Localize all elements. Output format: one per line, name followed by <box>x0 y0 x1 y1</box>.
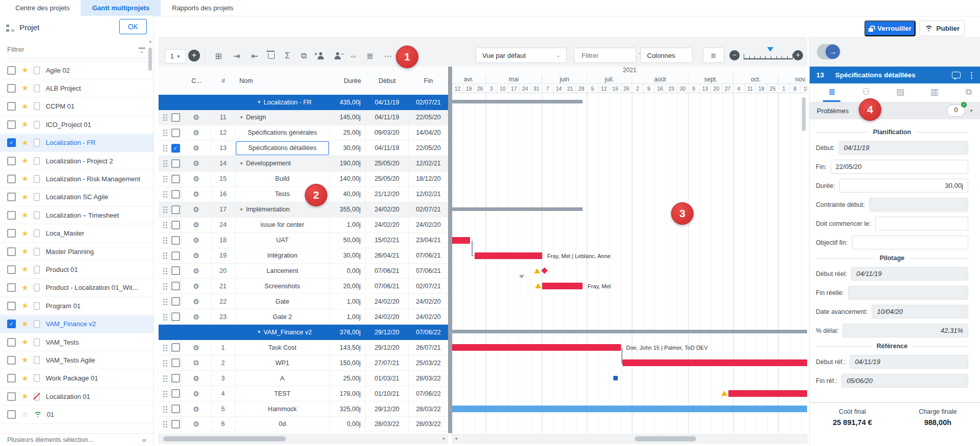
table-row[interactable]: ⚙15Build140,00j25/05/2018/12/20 <box>159 172 448 187</box>
lock-button[interactable]: Verrouiller <box>864 20 916 36</box>
table-row[interactable]: ⚙60d0,00j28/03/2228/03/22 <box>159 417 448 432</box>
field-input-objectiffin[interactable] <box>852 236 968 249</box>
task-name-cell[interactable]: ▼VAM_Finance v2 <box>235 325 330 339</box>
task-name-cell[interactable]: ▼Localization - FR <box>235 95 330 110</box>
task-name-cell[interactable]: Lancement <box>235 263 330 278</box>
row-checkbox-cell[interactable] <box>170 95 182 110</box>
field-input-débutréf[interactable] <box>850 355 968 369</box>
row-checkbox[interactable] <box>171 297 180 306</box>
row-checkbox-cell[interactable] <box>170 386 182 401</box>
field-input-débutréel[interactable] <box>851 267 968 281</box>
comment-icon[interactable] <box>952 72 961 78</box>
drag-handle[interactable] <box>159 309 170 324</box>
gantt-hammock-bar[interactable] <box>452 406 807 412</box>
row-checkbox-cell[interactable] <box>170 355 182 370</box>
field-input-dateavancement[interactable] <box>872 305 968 318</box>
project-list-item[interactable]: ★ICO_Project 01 <box>0 116 153 134</box>
gantt-task-bar[interactable] <box>452 344 621 351</box>
row-type-cell[interactable]: ⚙ <box>182 202 211 217</box>
row-checkbox-cell[interactable] <box>170 401 182 416</box>
project-list-item[interactable]: ★Program 01 <box>0 297 153 315</box>
panel-tab-card[interactable]: ▤ <box>890 83 910 102</box>
row-type-cell[interactable]: ⚙ <box>182 110 211 125</box>
row-type-cell[interactable]: ⚙ <box>182 371 211 386</box>
row-checkbox-cell[interactable]: ✓ <box>170 141 182 156</box>
row-checkbox[interactable] <box>171 251 180 260</box>
row-checkbox-cell[interactable] <box>170 340 182 355</box>
gantt-task-bar[interactable] <box>622 359 807 366</box>
star-icon[interactable]: ★ <box>21 175 28 182</box>
table-row[interactable]: ⚙17▼Implémentation355,00j24/02/2002/07/2… <box>159 202 448 218</box>
row-checkbox[interactable] <box>171 420 180 429</box>
row-checkbox-cell[interactable] <box>170 263 182 278</box>
link-tasks-icon[interactable]: ⧉ <box>297 49 310 62</box>
trash-icon[interactable] <box>264 49 278 62</box>
row-checkbox[interactable] <box>171 343 180 352</box>
project-list-item[interactable]: ★Work Package 01 <box>0 370 153 388</box>
star-icon[interactable]: ★ <box>21 84 28 92</box>
field-input-finréelle[interactable] <box>848 286 968 300</box>
collapse-arrow-icon[interactable]: ▼ <box>257 330 261 334</box>
drag-handle[interactable] <box>159 218 170 232</box>
project-list-item[interactable]: ✓★Localization - FR <box>0 134 153 152</box>
row-type-cell[interactable]: ⚙ <box>182 248 211 263</box>
task-name-cell[interactable]: Screenshots <box>235 279 330 293</box>
project-checkbox[interactable] <box>7 175 16 183</box>
panel-collapse-toggle[interactable]: → <box>817 44 840 59</box>
publish-button[interactable]: Publier <box>920 20 965 36</box>
gantt-summary-bar[interactable] <box>452 330 807 333</box>
row-type-cell[interactable]: ⚙ <box>182 263 211 278</box>
row-type-cell[interactable]: ⚙ <box>182 172 211 186</box>
task-name-cell[interactable]: Task Cost <box>235 340 330 355</box>
fit-screen-icon[interactable]: ⇔ <box>347 49 360 62</box>
row-checkbox[interactable]: ✓ <box>171 144 180 153</box>
table-row[interactable]: ⚙4TEST178,00j01/10/2107/06/22 <box>159 386 448 401</box>
indent-icon[interactable]: ⇥ <box>230 49 243 62</box>
drag-handle[interactable] <box>159 355 170 370</box>
project-checkbox[interactable] <box>7 84 16 93</box>
zoom-in-button[interactable]: + <box>793 50 803 60</box>
row-type-cell[interactable]: ⧉ <box>182 355 211 370</box>
row-checkbox[interactable] <box>171 266 180 275</box>
task-name-cell[interactable]: Gate <box>235 294 330 309</box>
field-input-délai[interactable] <box>842 324 968 337</box>
task-name-cell[interactable]: Gate 2 <box>235 309 330 324</box>
gantt-hscrollbar-thumb[interactable] <box>635 436 696 441</box>
column-header[interactable]: Début <box>366 67 409 95</box>
star-icon[interactable]: ★ <box>21 194 28 201</box>
table-row[interactable]: ⧉2WP1150,00j27/07/2125/03/22 <box>159 355 448 371</box>
project-checkbox[interactable] <box>7 283 16 292</box>
table-row[interactable]: ⚙24issue for center1,00j24/02/2024/02/20 <box>159 218 448 233</box>
row-checkbox[interactable] <box>171 236 180 245</box>
project-list-item[interactable]: ☆01 <box>0 406 153 424</box>
row-type-cell[interactable]: ⚙ <box>182 218 211 232</box>
table-row[interactable]: ✓⚙13Spécifications détaillées30,00j04/11… <box>159 141 448 156</box>
table-row[interactable]: ⚙23Gate 21,00j24/02/2024/02/20 <box>159 309 448 325</box>
gantt-task-bar[interactable] <box>542 283 583 289</box>
gear-icon[interactable]: ⚙ <box>193 144 199 152</box>
row-checkbox[interactable] <box>171 129 180 137</box>
star-icon[interactable]: ★ <box>21 248 28 255</box>
task-name-cell[interactable]: issue for center <box>235 218 330 232</box>
field-input-début[interactable] <box>839 141 968 155</box>
person-add-icon[interactable]: + <box>314 49 327 62</box>
drag-handle[interactable] <box>159 401 170 416</box>
star-icon[interactable]: ★ <box>21 230 28 237</box>
row-type-cell[interactable] <box>182 95 211 110</box>
star-icon[interactable]: ★ <box>21 67 28 74</box>
star-icon[interactable]: ★ <box>21 284 28 291</box>
star-icon[interactable]: ★ <box>21 121 28 128</box>
project-checkbox[interactable] <box>7 302 16 310</box>
table-row[interactable]: ⚙16Tests40,00j21/12/2012/02/21 <box>159 187 448 202</box>
drag-handle[interactable] <box>159 95 170 110</box>
task-name-cell[interactable]: ▼Design <box>235 110 330 125</box>
row-checkbox-cell[interactable] <box>170 187 182 202</box>
star-icon[interactable]: ★ <box>21 375 28 382</box>
row-checkbox[interactable] <box>171 389 180 398</box>
column-header[interactable] <box>159 67 170 95</box>
sidebar-filter-input[interactable] <box>6 45 126 54</box>
drag-handle[interactable] <box>159 417 170 432</box>
drag-handle[interactable] <box>159 279 170 293</box>
star-icon[interactable]: ★ <box>21 157 28 164</box>
collapse-arrow-icon[interactable]: ▼ <box>239 207 243 212</box>
